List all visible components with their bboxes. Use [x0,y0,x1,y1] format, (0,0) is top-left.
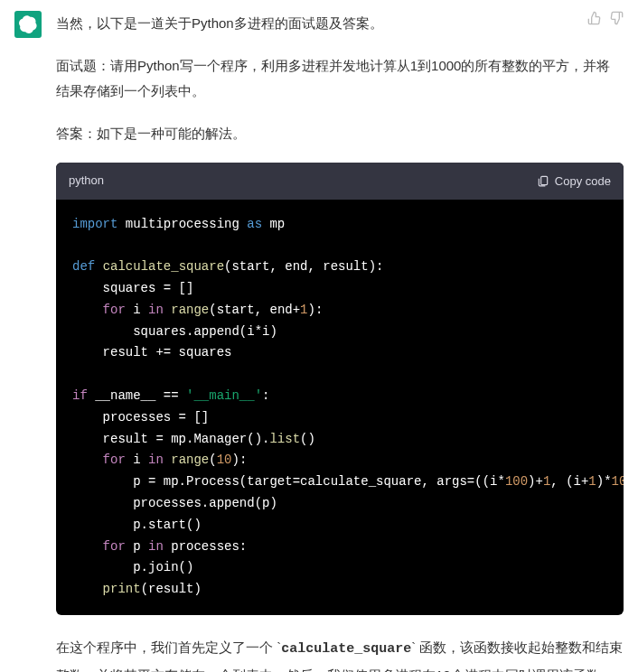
code-header: python Copy code [56,163,624,200]
feedback-buttons [587,11,624,29]
thumbs-up-icon[interactable] [587,11,602,29]
inline-code-calculate-square: calculate_square [281,641,411,657]
explanation-prefix: 在这个程序中，我们首先定义了一个 ` [56,639,281,655]
intro-text: 当然，以下是一道关于Python多进程的面试题及答案。 [56,11,624,37]
question-text: 面试题：请用Python写一个程序，利用多进程并发地计算从1到1000的所有整数… [56,53,624,105]
explanation-text: 在这个程序中，我们首先定义了一个 `calculate_square` 函数，该… [56,635,624,672]
assistant-message: 当然，以下是一道关于Python多进程的面试题及答案。 面试题：请用Python… [0,0,638,672]
copy-code-label: Copy code [555,174,611,188]
openai-logo-icon [19,15,37,33]
code-block: python Copy code import multiprocessing … [56,163,624,615]
svg-rect-0 [541,177,548,185]
code-body: import multiprocessing as mp def calcula… [56,200,624,615]
thumbs-down-icon[interactable] [609,11,624,29]
code-language-label: python [69,170,104,192]
assistant-avatar [14,11,42,38]
copy-code-button[interactable]: Copy code [537,174,611,188]
message-content: 当然，以下是一道关于Python多进程的面试题及答案。 面试题：请用Python… [56,11,624,672]
clipboard-icon [537,174,549,187]
answer-intro-text: 答案：如下是一种可能的解法。 [56,121,624,147]
